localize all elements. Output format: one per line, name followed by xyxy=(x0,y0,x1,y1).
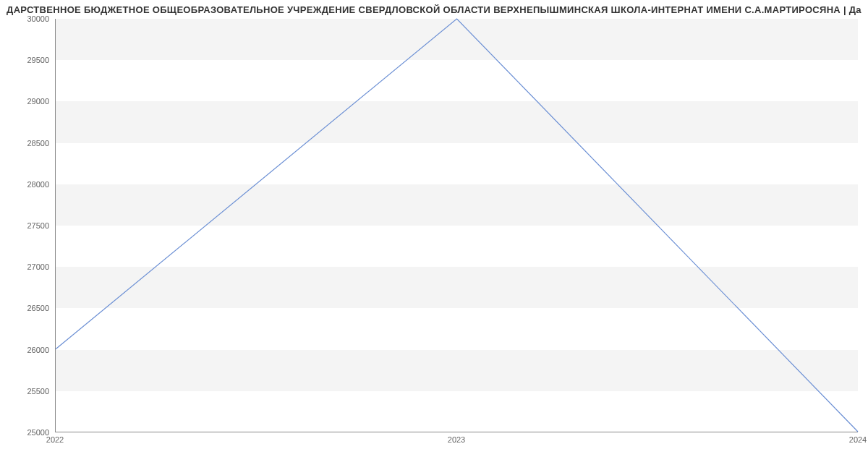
plot-area xyxy=(55,19,858,432)
y-tick-label: 26000 xyxy=(13,346,49,354)
x-tick-label: 2022 xyxy=(46,435,64,444)
y-tick-label: 25000 xyxy=(13,428,49,437)
y-tick-label: 29000 xyxy=(13,97,49,106)
y-tick-label: 29500 xyxy=(13,56,49,64)
chart-title: ДАРСТВЕННОЕ БЮДЖЕТНОЕ ОБЩЕОБРАЗОВАТЕЛЬНО… xyxy=(0,0,868,17)
y-tick-label: 28500 xyxy=(13,139,49,148)
y-tick-label: 25500 xyxy=(13,387,49,396)
line-svg xyxy=(56,19,858,432)
chart-area: 2500025500260002650027000275002800028500… xyxy=(55,19,858,432)
x-tick-label: 2023 xyxy=(448,435,465,444)
y-tick-label: 26500 xyxy=(13,304,49,312)
line-series xyxy=(56,19,858,432)
y-tick-label: 30000 xyxy=(13,14,49,23)
y-tick-label: 27500 xyxy=(13,221,49,230)
y-tick-label: 28000 xyxy=(13,180,49,189)
x-tick-label: 2024 xyxy=(849,435,867,444)
y-tick-label: 27000 xyxy=(13,262,49,271)
